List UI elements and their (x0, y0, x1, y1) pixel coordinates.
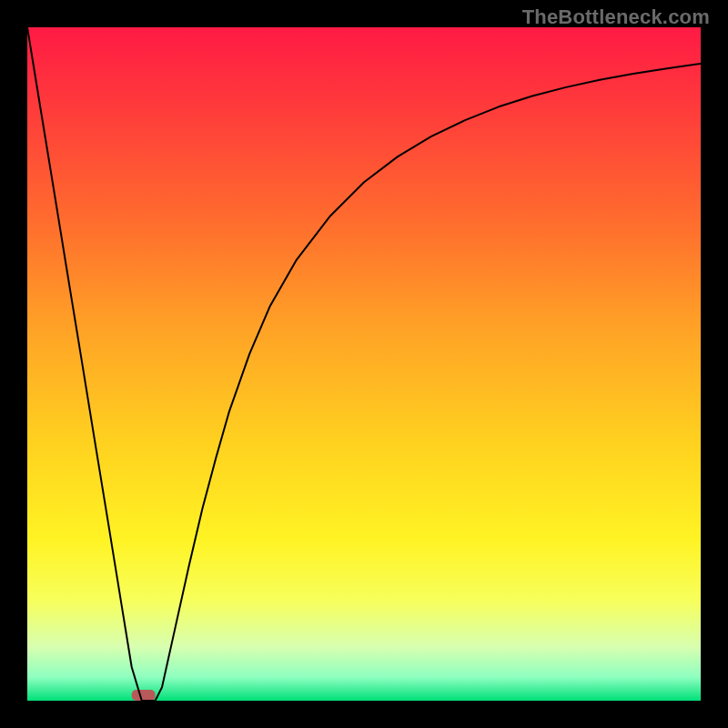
chart-frame: TheBottleneck.com (0, 0, 728, 728)
gradient-background (27, 27, 701, 701)
minimum-marker (132, 690, 156, 701)
bottleneck-chart (27, 27, 701, 701)
watermark-text: TheBottleneck.com (522, 5, 710, 29)
plot-area (27, 27, 701, 701)
